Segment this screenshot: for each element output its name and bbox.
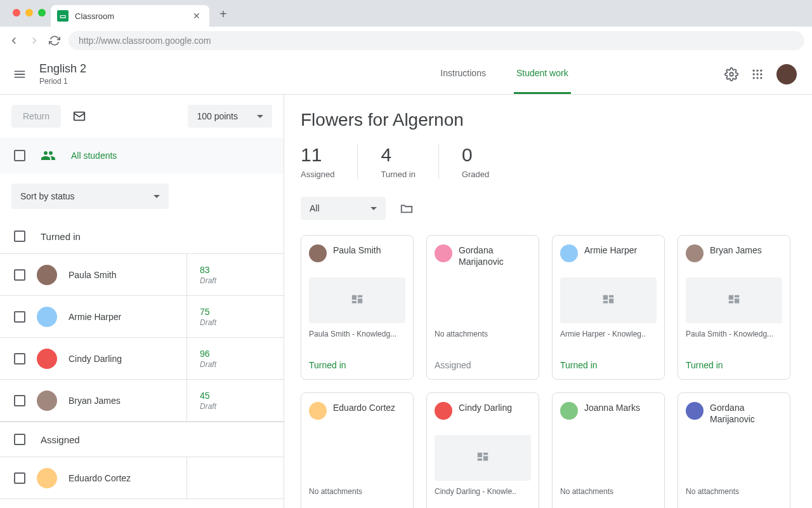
section-label: Turned in [41,231,81,242]
checkbox[interactable] [14,231,25,242]
student-avatar [37,349,57,369]
student-row[interactable]: Cindy Darling 96 Draft [0,338,284,380]
minimize-window-icon[interactable] [25,9,33,17]
svg-point-9 [760,77,762,79]
gear-icon[interactable] [724,67,738,81]
student-card[interactable]: Gordana Marijanovic No attachments [678,392,790,508]
attachment-thumb [560,277,657,323]
student-card[interactable]: Eduardo Cortez No attachments [301,392,414,508]
all-students-label: All students [71,150,117,161]
grade-status: Draft [200,402,284,411]
grade: 75 [200,307,284,317]
student-card[interactable]: Armie Harper Armie Harper - Knowleg.. Tu… [552,235,665,380]
stat-label: Assigned [301,170,334,179]
close-tab-icon[interactable]: ✕ [193,11,200,21]
card-status: Turned in [686,360,782,370]
student-card[interactable]: Joanna Marks No attachments [552,392,665,508]
attachment-thumb [686,435,782,481]
chevron-down-icon [154,195,160,198]
menu-icon[interactable] [13,67,27,81]
student-row[interactable]: Bryan James 45 Draft [0,380,284,422]
close-window-icon[interactable] [13,9,20,17]
stat-number: 11 [301,144,334,166]
checkbox[interactable] [14,353,25,364]
student-row[interactable]: Paula Smith 83 Draft [0,254,284,296]
svg-rect-12 [358,295,362,298]
attachment-label: No attachments [686,487,782,496]
svg-point-4 [753,73,755,75]
chevron-down-icon [370,207,377,210]
filter-dropdown[interactable]: All [301,197,386,220]
app-header: English 2 Period 1 Instructions Student … [0,54,812,95]
folder-icon[interactable] [400,201,414,215]
svg-rect-11 [352,295,357,300]
student-avatar [560,402,578,420]
people-icon [41,148,56,163]
card-name: Joanna Marks [584,402,640,413]
all-students-row[interactable]: All students [0,138,284,173]
checkbox[interactable] [14,434,25,445]
doc-icon [350,293,364,307]
svg-rect-24 [483,453,488,455]
doc-icon [601,293,615,307]
checkbox[interactable] [14,395,25,406]
student-avatar [560,244,578,262]
card-status: Assigned [435,360,531,370]
svg-rect-17 [609,298,613,303]
grade-status: Draft [200,276,284,285]
checkbox[interactable] [14,269,25,281]
points-dropdown[interactable]: 100 points [188,105,272,128]
tab-student-work[interactable]: Student work [514,54,571,94]
card-name: Armie Harper [584,244,637,256]
svg-rect-20 [735,295,739,298]
attachment-label: No attachments [435,330,531,338]
student-row[interactable]: Eduardo Cortez [0,457,284,499]
student-avatar [37,468,57,488]
card-name: Bryan James [710,244,762,256]
reload-icon[interactable] [48,35,61,46]
student-name: Eduardo Cortez [69,473,131,483]
avatar[interactable] [776,64,797,84]
checkbox[interactable] [14,311,25,323]
grade: 83 [200,265,284,275]
forward-icon[interactable] [28,35,41,46]
student-name: Armie Harper [69,312,121,322]
back-icon[interactable] [8,35,20,46]
svg-point-6 [760,73,762,75]
maximize-window-icon[interactable] [38,9,46,17]
sort-label: Sort by status [20,191,75,201]
sidebar: Return 100 points All students Sort by s… [0,95,284,508]
return-button[interactable]: Return [11,105,61,128]
section-label: Assigned [41,434,80,445]
stat-number: 0 [462,144,489,166]
attachment-thumb [560,435,657,481]
new-tab-icon[interactable]: + [219,7,227,27]
tab-instructions[interactable]: Instructions [438,54,488,94]
checkbox[interactable] [14,150,25,161]
tab-title: Classroom [75,11,187,21]
checkbox[interactable] [14,472,25,484]
content: Flowers for Algernon 11 Assigned 4 Turne… [284,95,812,508]
card-status: Turned in [560,360,657,370]
mail-icon[interactable] [72,109,86,123]
browser-chrome: ▭ Classroom ✕ + http://www.classroom.goo… [0,0,812,54]
student-card[interactable]: Paula Smith Paula Smith - Knowledg... Tu… [301,235,414,380]
apps-icon[interactable] [751,68,764,81]
attachment-label: No attachments [560,487,657,496]
sort-dropdown[interactable]: Sort by status [11,184,169,209]
card-name: Gordana Marijanovic [710,402,782,425]
browser-tab[interactable]: ▭ Classroom ✕ [51,5,209,27]
student-card[interactable]: Gordana Marijanovic No attachments Assig… [426,235,539,380]
svg-point-5 [756,73,758,75]
points-label: 100 points [197,111,238,121]
student-avatar [435,244,452,262]
url-input[interactable]: http://www.classroom.google.com [69,31,804,50]
student-row[interactable]: Armie Harper 75 Draft [0,296,284,338]
stat-number: 4 [381,144,415,166]
card-name: Eduardo Cortez [333,402,395,413]
student-avatar [37,265,57,285]
student-card[interactable]: Bryan James Paula Smith - Knowledg... Tu… [678,235,790,380]
class-title[interactable]: English 2 [39,62,86,76]
svg-rect-26 [478,458,482,461]
student-card[interactable]: Cindy Darling Cindy Darling - Knowle.. [426,392,539,508]
